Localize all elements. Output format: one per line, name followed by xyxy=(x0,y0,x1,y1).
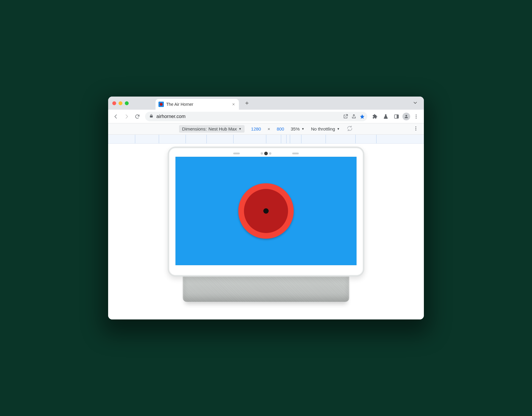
kebab-icon xyxy=(413,126,419,131)
ruler-tick xyxy=(233,135,234,143)
side-panel-button[interactable] xyxy=(392,112,401,121)
devtools-device-bar: Dimensions: Nest Hub Max ▼ 1280 × 800 35… xyxy=(108,123,424,135)
puzzle-icon xyxy=(372,114,378,119)
airhorn-dot xyxy=(263,208,269,214)
device-height-input[interactable]: 800 xyxy=(277,126,284,131)
dimension-separator: × xyxy=(267,126,270,131)
url-text: airhorner.com xyxy=(156,114,340,119)
panel-icon xyxy=(394,114,399,119)
new-tab-button[interactable] xyxy=(242,99,251,108)
ruler-tick xyxy=(376,135,377,143)
window-zoom-button[interactable] xyxy=(125,101,129,105)
person-icon xyxy=(404,114,409,119)
window-controls xyxy=(112,101,129,105)
svg-point-7 xyxy=(416,130,416,131)
toolbar: airhorner.com xyxy=(108,110,424,123)
window-close-button[interactable] xyxy=(112,101,116,105)
device-name: Nest Hub Max xyxy=(209,126,237,131)
airhorn-button[interactable] xyxy=(238,183,294,239)
profile-avatar[interactable] xyxy=(402,113,410,120)
reload-icon xyxy=(135,114,140,119)
zoom-select[interactable]: 35% ▼ xyxy=(291,126,304,131)
ruler-tick xyxy=(355,135,356,143)
bookmark-star-icon[interactable] xyxy=(360,114,365,119)
device-select[interactable]: Dimensions: Nest Hub Max ▼ xyxy=(179,125,244,133)
browser-tab[interactable]: The Air Horner xyxy=(155,99,239,110)
ruler-tick xyxy=(301,135,301,143)
device-bar-menu[interactable] xyxy=(413,126,419,132)
tab-close-button[interactable] xyxy=(231,102,236,107)
sensor-icon xyxy=(233,153,240,154)
caret-down-icon: ▼ xyxy=(337,127,340,131)
svg-point-6 xyxy=(416,128,416,129)
ruler-tick xyxy=(286,135,287,143)
device-base xyxy=(183,275,349,302)
device-viewport xyxy=(108,144,424,319)
share-icon[interactable] xyxy=(351,114,357,119)
chevron-down-icon xyxy=(413,100,418,105)
camera-icon xyxy=(261,152,271,155)
address-bar[interactable]: airhorner.com xyxy=(145,112,367,121)
throttling-value: No throttling xyxy=(311,126,335,131)
ruler-tick xyxy=(290,135,290,143)
chrome-menu-button[interactable] xyxy=(411,112,421,121)
caret-down-icon: ▼ xyxy=(239,127,242,131)
media-query-ruler[interactable] xyxy=(108,135,424,144)
reload-button[interactable] xyxy=(133,112,142,121)
device-screen xyxy=(175,157,357,265)
extensions-button[interactable] xyxy=(370,112,380,121)
window-minimize-button[interactable] xyxy=(119,101,122,105)
browser-window: The Air Horner airhorner.com xyxy=(108,97,424,319)
device-label-prefix: Dimensions: xyxy=(182,126,207,131)
sensor-icon xyxy=(292,153,299,154)
arrow-left-icon xyxy=(113,114,119,119)
omnibox-actions xyxy=(343,114,365,119)
open-external-icon[interactable] xyxy=(343,114,348,119)
tab-favicon xyxy=(158,102,164,107)
ruler-tick xyxy=(266,135,266,143)
kebab-icon xyxy=(413,114,419,119)
tab-title: The Air Horner xyxy=(166,102,229,107)
device-sensors xyxy=(175,151,357,156)
rotate-icon xyxy=(346,125,353,132)
forward-button[interactable] xyxy=(122,112,131,121)
rotate-button[interactable] xyxy=(346,125,353,133)
close-icon xyxy=(232,103,235,106)
plus-icon xyxy=(245,101,249,105)
lock-icon xyxy=(149,114,153,119)
tab-strip: The Air Horner xyxy=(108,97,424,110)
airhorn-inner xyxy=(244,189,288,233)
nest-hub-max-device xyxy=(162,147,370,302)
device-width-input[interactable]: 1280 xyxy=(251,126,261,131)
back-button[interactable] xyxy=(111,112,121,121)
throttling-select[interactable]: No throttling ▼ xyxy=(311,126,340,131)
caret-down-icon: ▼ xyxy=(301,127,304,131)
tabs-menu-button[interactable] xyxy=(413,100,418,107)
svg-point-5 xyxy=(416,126,416,127)
zoom-value: 35% xyxy=(291,126,300,131)
arrow-right-icon xyxy=(124,114,129,119)
labs-button[interactable] xyxy=(381,112,391,121)
ruler-tick xyxy=(326,135,326,143)
svg-point-2 xyxy=(416,114,417,115)
device-frame xyxy=(168,147,364,277)
ruler-tick xyxy=(186,135,186,143)
ruler-tick xyxy=(281,135,281,143)
svg-point-4 xyxy=(416,117,417,118)
ruler-tick xyxy=(206,135,207,143)
ruler-tick xyxy=(159,135,159,143)
svg-point-3 xyxy=(416,116,417,117)
svg-rect-1 xyxy=(397,115,399,118)
toolbar-right xyxy=(370,112,421,121)
ruler-tick xyxy=(135,135,135,143)
flask-icon xyxy=(383,114,388,119)
